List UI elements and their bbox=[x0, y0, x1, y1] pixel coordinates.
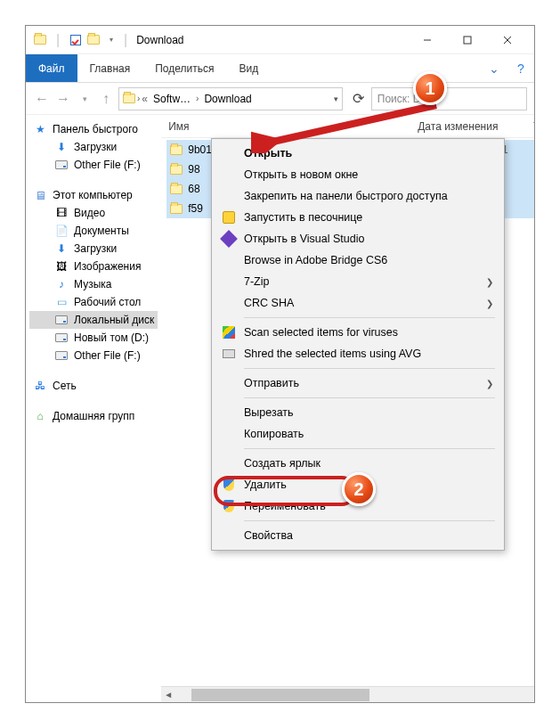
annotation-badge-1: 1 bbox=[413, 71, 447, 105]
folder-icon bbox=[86, 33, 101, 47]
tab-share[interactable]: Поделиться bbox=[142, 54, 226, 82]
folder-icon bbox=[123, 94, 135, 103]
chevron-right-icon[interactable]: › bbox=[196, 94, 199, 103]
ctx-shred[interactable]: Shred the selected items using AVG bbox=[214, 343, 502, 364]
tree-label: Other File (F:) bbox=[74, 349, 141, 362]
horizontal-scrollbar[interactable]: ◄ ► bbox=[161, 686, 534, 702]
folder-icon bbox=[170, 165, 183, 175]
ctx-bridge[interactable]: Browse in Adobe Bridge CS6 bbox=[214, 249, 502, 271]
help-icon[interactable]: ? bbox=[507, 61, 534, 76]
tree-homegroup[interactable]: ⌂Домашняя групп bbox=[29, 407, 158, 425]
svg-rect-1 bbox=[464, 37, 471, 44]
scroll-left-icon[interactable]: ◄ bbox=[161, 690, 175, 699]
ctx-label: Свойства bbox=[244, 529, 293, 542]
recent-dropdown-icon[interactable]: ▾ bbox=[76, 90, 93, 108]
ctx-scan-viruses[interactable]: Scan selected items for viruses bbox=[214, 322, 502, 343]
ctx-sandbox[interactable]: Запустить в песочнице bbox=[214, 207, 502, 228]
tree-pictures[interactable]: 🖼Изображения bbox=[29, 258, 158, 275]
tree-this-pc[interactable]: 🖥Этот компьютер bbox=[29, 186, 158, 204]
tree-label: Домашняя групп bbox=[53, 410, 134, 422]
tree-new-volume[interactable]: Новый том (D:) bbox=[29, 329, 158, 347]
file-name: 98 bbox=[188, 163, 199, 176]
shredder-icon bbox=[221, 346, 237, 362]
title-bar: | ▾ | Download bbox=[26, 26, 534, 54]
up-button[interactable]: ↑ bbox=[97, 90, 115, 108]
downloads-icon: ⬇ bbox=[54, 241, 69, 256]
ctx-label: Browse in Adobe Bridge CS6 bbox=[244, 254, 387, 266]
tree-label: Документы bbox=[74, 225, 129, 237]
ctx-7zip[interactable]: 7-Zip❯ bbox=[214, 271, 502, 292]
visual-studio-icon bbox=[221, 231, 237, 247]
homegroup-icon: ⌂ bbox=[33, 409, 47, 423]
tree-documents[interactable]: 📄Документы bbox=[29, 222, 158, 240]
qat-dropdown-icon[interactable]: ▾ bbox=[104, 33, 118, 47]
ctx-label: Копировать bbox=[244, 428, 304, 440]
tree-label: Загрузки bbox=[74, 242, 117, 255]
ctx-separator bbox=[244, 448, 495, 449]
sandbox-icon bbox=[221, 209, 237, 225]
annotation-arrow-icon bbox=[251, 100, 447, 153]
tree-network[interactable]: 🖧Сеть bbox=[29, 377, 158, 395]
network-icon: 🖧 bbox=[33, 379, 47, 393]
tree-label: Сеть bbox=[53, 380, 77, 392]
breadcrumb-seg-1[interactable]: Softw… bbox=[150, 93, 194, 105]
ctx-label: Запустить в песочнице bbox=[244, 211, 362, 224]
ribbon-expand-icon[interactable]: ⌄ bbox=[481, 61, 507, 76]
chevron-right-icon: ❯ bbox=[486, 277, 493, 287]
ctx-pin-quick-access[interactable]: Закрепить на панели быстрого доступа bbox=[214, 185, 502, 207]
col-type[interactable]: Тип bbox=[533, 120, 534, 133]
tree-quick-access[interactable]: ★Панель быстрого bbox=[29, 120, 158, 138]
checkbox-icon[interactable] bbox=[69, 33, 83, 47]
minimize-button[interactable] bbox=[407, 27, 447, 53]
ctx-cut[interactable]: Вырезать bbox=[214, 402, 502, 423]
close-button[interactable] bbox=[487, 27, 527, 53]
tree-downloads2[interactable]: ⬇Загрузки bbox=[29, 240, 158, 258]
tree-label: Изображения bbox=[74, 260, 141, 273]
ctx-copy[interactable]: Копировать bbox=[214, 423, 502, 445]
tree-downloads[interactable]: ⬇Загрузки bbox=[29, 138, 158, 156]
avg-icon bbox=[221, 324, 237, 340]
scrollbar-thumb[interactable] bbox=[191, 689, 369, 701]
tree-label: Рабочий стол bbox=[74, 296, 141, 308]
ctx-label: Открыть в Visual Studio bbox=[244, 233, 364, 245]
ctx-label: Закрепить на панели быстрого доступа bbox=[244, 190, 448, 202]
ctx-separator bbox=[244, 317, 495, 318]
chevron-right-icon: ❯ bbox=[486, 299, 493, 308]
tree-label: Локальный диск bbox=[74, 314, 154, 326]
window-title: Download bbox=[136, 34, 407, 46]
video-icon: 🎞 bbox=[54, 206, 69, 220]
breadcrumb-seg-2[interactable]: Download bbox=[200, 93, 255, 105]
tab-home[interactable]: Главная bbox=[77, 54, 143, 82]
ctx-properties[interactable]: Свойства bbox=[214, 525, 502, 546]
ctx-label: CRC SHA bbox=[244, 297, 294, 309]
svg-line-4 bbox=[269, 105, 436, 143]
chevron-right-icon[interactable]: › bbox=[137, 94, 140, 103]
ctx-open-new-window[interactable]: Открыть в новом окне bbox=[214, 164, 502, 185]
ctx-label: Отправить bbox=[244, 377, 299, 389]
maximize-button[interactable] bbox=[447, 27, 487, 53]
ctx-crc[interactable]: CRC SHA❯ bbox=[214, 292, 502, 314]
drive-icon bbox=[54, 158, 69, 172]
tree-local-disk[interactable]: Локальный диск bbox=[29, 311, 158, 329]
folder-icon bbox=[33, 33, 47, 47]
back-button[interactable]: ← bbox=[33, 90, 51, 108]
tree-music[interactable]: ♪Музыка bbox=[29, 275, 158, 293]
forward-button[interactable]: → bbox=[54, 90, 72, 108]
ctx-separator bbox=[244, 368, 495, 369]
ctx-visual-studio[interactable]: Открыть в Visual Studio bbox=[214, 228, 502, 249]
tree-other-file[interactable]: Other File (F:) bbox=[29, 156, 158, 174]
tree-video[interactable]: 🎞Видео bbox=[29, 204, 158, 222]
ctx-send-to[interactable]: Отправить❯ bbox=[214, 372, 502, 394]
breadcrumb-prev-icon[interactable]: « bbox=[142, 93, 148, 105]
navigation-pane: ★Панель быстрого ⬇Загрузки Other File (F… bbox=[26, 115, 161, 702]
tab-view[interactable]: Вид bbox=[226, 54, 271, 82]
tree-other-file2[interactable]: Other File (F:) bbox=[29, 347, 158, 364]
tab-file[interactable]: Файл bbox=[26, 54, 77, 82]
tree-label: Этот компьютер bbox=[53, 189, 133, 201]
ctx-create-shortcut[interactable]: Создать ярлык bbox=[214, 453, 502, 474]
ctx-label: 7-Zip bbox=[244, 275, 269, 288]
folder-icon bbox=[170, 145, 183, 155]
tree-desktop[interactable]: ▭Рабочий стол bbox=[29, 293, 158, 311]
file-name: 68 bbox=[188, 183, 199, 195]
ctx-separator bbox=[244, 520, 495, 521]
